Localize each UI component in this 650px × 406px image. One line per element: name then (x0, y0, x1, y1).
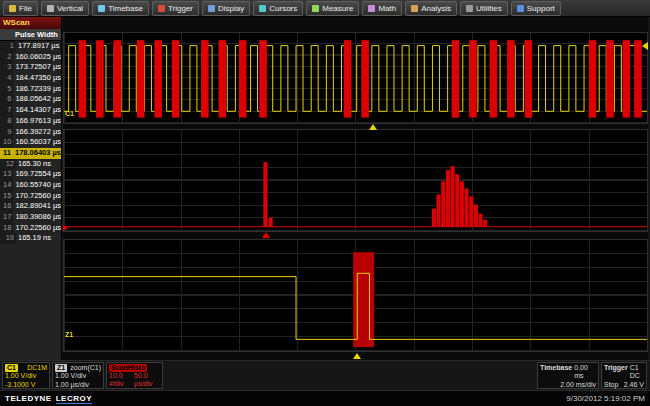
c1-trace-label[interactable]: C1 (65, 110, 74, 118)
z1-chip: Z1 (55, 364, 67, 372)
pulse-width-row[interactable]: 8166.97613 µs (0, 116, 61, 127)
histogram-peak-marker[interactable] (262, 232, 270, 238)
pulse-width-value: 182.89041 µs (13, 201, 61, 212)
pulse-width-column-header: Pulse Width (0, 29, 61, 41)
pulse-width-row[interactable]: 16182.89041 µs (0, 201, 61, 212)
pulse-width-row[interactable]: 15170.72560 µs (0, 191, 61, 202)
wavescan-tab[interactable]: WScan (0, 17, 61, 29)
pulse-width-row[interactable]: 14160.55740 µs (0, 180, 61, 191)
pulse-width-value: 160.56037 µs (13, 137, 61, 148)
pulse-width-list: 1177.8917 µs2160.06025 µs3173.72507 µs41… (0, 41, 61, 244)
row-index: 7 (0, 105, 13, 116)
c1-chip: C1 (5, 364, 18, 372)
trigger-source: C1 DC (630, 364, 644, 381)
row-index: 14 (0, 180, 13, 191)
file-icon (9, 5, 16, 12)
zoom-waveform (64, 240, 647, 351)
z1-descriptor[interactable]: Z1 zoom(C1) 1.00 V/div 1.00 µs/div (52, 362, 104, 389)
timebase-descriptor[interactable]: Timebase 0.00 ms 2.00 ms/div 10 MS 500 M… (537, 362, 599, 389)
pulse-width-row[interactable]: 6188.05642 µs (0, 94, 61, 105)
pulse-width-row[interactable]: 19165.19 ns (0, 233, 61, 244)
pulse-width-value: 170.22560 µs (13, 223, 61, 234)
wavescan-descriptor[interactable]: ScanHisto 10.0 #/div 50.0 µs/div 437 # (106, 362, 163, 389)
pulse-width-row[interactable]: 2160.06025 µs (0, 52, 61, 63)
row-index: 12 (0, 159, 16, 170)
pulse-width-value: 177.8917 µs (16, 41, 61, 52)
analysis-icon (411, 5, 418, 12)
measure-icon (312, 5, 319, 12)
pulse-width-row[interactable]: 13169.72554 µs (0, 169, 61, 180)
scan-ydiv: 10.0 #/div (109, 372, 132, 389)
row-index: 16 (0, 201, 13, 212)
menu-label: Math (378, 4, 396, 13)
pulse-width-value: 184.47350 µs (13, 73, 61, 84)
menu-support[interactable]: Support (511, 1, 561, 16)
timebase-tdiv: 2.00 ms/div (560, 381, 596, 389)
trigger-level: 2.46 V (624, 381, 644, 389)
row-index: 2 (0, 52, 13, 63)
scan-histogram-grid[interactable] (63, 129, 648, 232)
pulse-width-value: 180.39086 µs (13, 212, 61, 223)
pulse-width-row[interactable]: 3173.72507 µs (0, 62, 61, 73)
c1-descriptor[interactable]: C1 DC1M 1.00 V/div -3.1000 V (2, 362, 50, 389)
menu-label: Trigger (168, 4, 193, 13)
wavescan-sidebar: WScan Pulse Width 1177.8917 µs2160.06025… (0, 17, 62, 360)
pulse-width-value: 160.55740 µs (13, 180, 61, 191)
brand-lecroy: LECROY (56, 394, 92, 404)
pulse-width-value: 169.72554 µs (13, 169, 61, 180)
pulse-width-row[interactable]: 4184.47350 µs (0, 73, 61, 84)
zoom-grid[interactable] (63, 239, 648, 352)
menu-label: Utilities (476, 4, 502, 13)
z1-tdiv: 1.00 µs/div (55, 381, 89, 389)
trigger-level-marker[interactable] (642, 42, 648, 50)
row-index: 3 (0, 62, 13, 73)
trigger-descriptor[interactable]: Trigger C1 DC Stop 2.46 V Glitch Positiv… (601, 362, 647, 389)
pulse-width-value: 166.39272 µs (13, 127, 61, 138)
histogram-trace-marker[interactable] (63, 225, 68, 231)
row-index: 10 (0, 137, 13, 148)
menu-analysis[interactable]: Analysis (405, 1, 457, 16)
menu-label: Support (527, 4, 555, 13)
teledyne-lecroy-logo: TELEDYNE LECROY (5, 394, 92, 404)
pulse-width-value: 160.06025 µs (13, 52, 61, 63)
pulse-width-row[interactable]: 7164.14307 µs (0, 105, 61, 116)
z1-trace-label[interactable]: Z1 (65, 331, 73, 339)
pulse-width-row[interactable]: 10160.56037 µs (0, 137, 61, 148)
scan-histogram (64, 130, 647, 231)
pulse-width-row[interactable]: 9166.39272 µs (0, 127, 61, 138)
menu-utilities[interactable]: Utilities (460, 1, 508, 16)
menu-math[interactable]: Math (362, 1, 402, 16)
trigger-label: Trigger (604, 364, 628, 381)
pulse-width-row[interactable]: 5186.72339 µs (0, 84, 61, 95)
menu-timebase[interactable]: Timebase (92, 1, 149, 16)
z1-vdiv: 1.00 V/div (55, 372, 86, 380)
menu-label: Display (218, 4, 244, 13)
menu-display[interactable]: Display (202, 1, 250, 16)
menu-measure[interactable]: Measure (306, 1, 359, 16)
pulse-width-value: 188.05642 µs (13, 94, 61, 105)
pulse-width-row[interactable]: 12165.30 ns (0, 159, 61, 170)
row-index: 18 (0, 223, 13, 234)
menu-label: File (19, 4, 32, 13)
row-index: 19 (0, 233, 16, 244)
row-index: 13 (0, 169, 13, 180)
menu-label: Timebase (108, 4, 143, 13)
math-icon (368, 5, 375, 12)
pulse-width-value: 166.97613 µs (13, 116, 61, 127)
trigger-time-marker-top[interactable] (369, 124, 377, 130)
pulse-width-row[interactable]: 11178.06403 µs (0, 148, 61, 159)
trigger-time-marker-zoom[interactable] (353, 353, 361, 359)
row-index: 1 (0, 41, 16, 52)
menu-cursors[interactable]: Cursors (253, 1, 303, 16)
pulse-width-row[interactable]: 18170.22560 µs (0, 223, 61, 234)
pulse-width-value: 186.72339 µs (13, 84, 61, 95)
c1-grid[interactable] (63, 32, 648, 124)
menu-trigger[interactable]: Trigger (152, 1, 199, 16)
row-index: 6 (0, 94, 13, 105)
menu-file[interactable]: File (3, 1, 38, 16)
menu-vertical[interactable]: Vertical (41, 1, 89, 16)
pulse-width-row[interactable]: 17180.39086 µs (0, 212, 61, 223)
support-icon (517, 5, 524, 12)
pulse-width-row[interactable]: 1177.8917 µs (0, 41, 61, 52)
z1-source: zoom(C1) (70, 364, 101, 372)
